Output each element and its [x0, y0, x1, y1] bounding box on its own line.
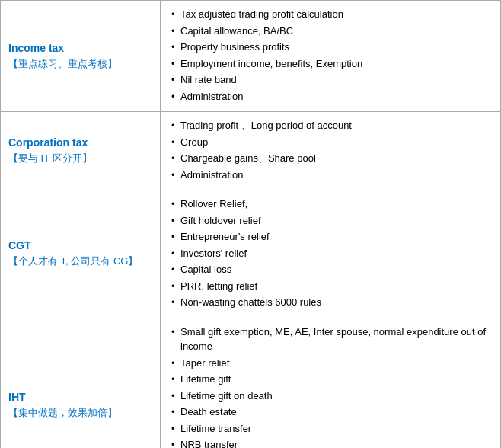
list-item: Lifetime gift on death: [168, 389, 493, 404]
list-item: Investors' relief: [168, 246, 493, 261]
topic-title-corporation-tax: Corporation tax: [8, 136, 152, 149]
topic-title-income-tax: Income tax: [8, 42, 152, 54]
topic-note-cgt: 【个人才有 T, 公司只有 CG】: [8, 254, 152, 268]
list-item: Capital allowance, BA/BC: [168, 24, 493, 39]
list-item: Administration: [168, 89, 493, 104]
main-table: Income tax【重点练习、重点考核】Tax adjusted tradin…: [0, 0, 501, 448]
list-item: Property business profits: [168, 40, 493, 55]
list-item: NRB transfer: [168, 437, 493, 448]
list-item: Trading profit 、Long period of account: [168, 118, 493, 133]
table-row-cgt: CGT【个人才有 T, 公司只有 CG】Rollover Relief,Gift…: [1, 190, 500, 318]
table-row-iht: IHT【集中做题，效果加倍】Small gift exemption, ME, …: [1, 318, 500, 449]
list-item: Chargeable gains、Share pool: [168, 151, 493, 166]
list-item: Entrepreneur's relief: [168, 229, 493, 245]
table-row-corporation-tax: Corporation tax【要与 IT 区分开】Trading profit…: [1, 112, 500, 190]
list-item: Administration: [168, 168, 493, 183]
list-item: Non-wasting chattels 6000 rules: [168, 295, 493, 310]
list-item: Nil rate band: [168, 72, 493, 88]
list-item: Gift holdover relief: [168, 213, 493, 229]
left-cell-income-tax: Income tax【重点练习、重点考核】: [1, 1, 161, 111]
right-cell-corporation-tax: Trading profit 、Long period of accountGr…: [161, 112, 500, 190]
topic-title-cgt: CGT: [8, 239, 152, 251]
topic-note-income-tax: 【重点练习、重点考核】: [8, 57, 152, 71]
list-item: Tax adjusted trading profit calculation: [168, 7, 493, 22]
list-item: Group: [168, 135, 493, 150]
list-item: Taper relief: [168, 356, 493, 371]
list-item: Lifetime transfer: [168, 421, 493, 437]
list-item: PRR, letting relief: [168, 279, 493, 294]
topic-note-corporation-tax: 【要与 IT 区分开】: [8, 152, 152, 165]
list-item: Lifetime gift: [168, 372, 493, 387]
topic-title-iht: IHT: [8, 391, 152, 403]
right-cell-cgt: Rollover Relief,Gift holdover reliefEntr…: [161, 190, 500, 318]
left-cell-corporation-tax: Corporation tax【要与 IT 区分开】: [1, 112, 161, 190]
topic-note-iht: 【集中做题，效果加倍】: [8, 406, 152, 420]
list-item: Rollover Relief,: [168, 197, 493, 212]
right-cell-iht: Small gift exemption, ME, AE, Inter spou…: [161, 318, 500, 449]
left-cell-cgt: CGT【个人才有 T, 公司只有 CG】: [1, 190, 161, 318]
list-item: Capital loss: [168, 262, 493, 277]
right-cell-income-tax: Tax adjusted trading profit calculationC…: [161, 1, 500, 111]
left-cell-iht: IHT【集中做题，效果加倍】: [1, 318, 161, 449]
list-item: Small gift exemption, ME, AE, Inter spou…: [168, 325, 493, 354]
list-item: Death estate: [168, 405, 493, 420]
list-item: Employment income, benefits, Exemption: [168, 56, 493, 72]
table-row-income-tax: Income tax【重点练习、重点考核】Tax adjusted tradin…: [1, 1, 500, 112]
